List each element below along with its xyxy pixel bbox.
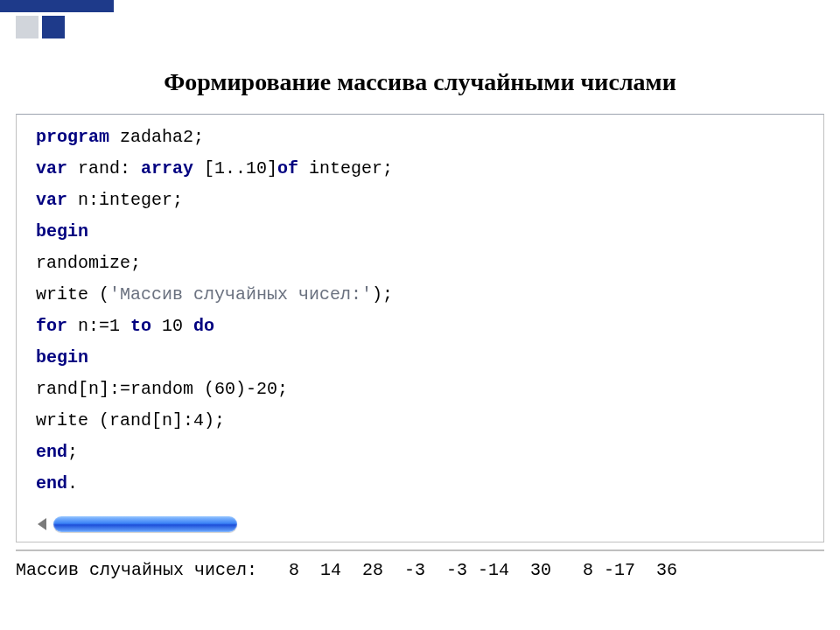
- code-line: program zadaha2;: [36, 122, 804, 153]
- code-line: var rand: array [1..10]of integer;: [36, 153, 804, 185]
- keyword: array: [141, 158, 193, 178]
- horizontal-scrollbar[interactable]: [17, 510, 823, 542]
- code-line: write ('Массив случайных чисел:');: [36, 279, 804, 311]
- keyword: of: [277, 158, 298, 178]
- code-body: program zadaha2; var rand: array [1..10]…: [17, 115, 823, 510]
- code-text: randomize;: [36, 253, 141, 273]
- code-editor-panel: program zadaha2; var rand: array [1..10]…: [16, 114, 824, 542]
- code-text: write (: [36, 284, 109, 304]
- code-text: zadaha2;: [109, 127, 204, 147]
- divider: [16, 550, 824, 551]
- code-line: end;: [36, 437, 804, 468]
- decor-bar: [0, 0, 114, 12]
- keyword: begin: [36, 221, 88, 242]
- code-text: rand[n]:=random (60)-20;: [36, 379, 288, 399]
- code-line: begin: [36, 216, 804, 248]
- keyword: var: [36, 190, 67, 210]
- code-text: .: [67, 473, 78, 494]
- code-text: integer;: [298, 158, 393, 178]
- keyword: end: [36, 442, 67, 462]
- code-line: rand[n]:=random (60)-20;: [36, 374, 804, 405]
- decor-square-light: [16, 16, 38, 38]
- keyword: do: [193, 316, 214, 336]
- scrollbar-thumb[interactable]: [53, 516, 237, 532]
- code-line: end.: [36, 468, 804, 500]
- keyword: for: [36, 316, 67, 336]
- code-text: );: [372, 284, 393, 304]
- code-line: var n:integer;: [36, 185, 804, 216]
- code-line: write (rand[n]:4);: [36, 405, 804, 437]
- program-output: Массив случайных чисел: 8 14 28 -3 -3 -1…: [16, 560, 824, 580]
- keyword: program: [36, 127, 109, 147]
- code-text: n:integer;: [67, 190, 183, 210]
- scroll-left-arrow-icon[interactable]: [38, 518, 46, 530]
- keyword: end: [36, 473, 67, 494]
- keyword: to: [130, 316, 151, 336]
- code-line: begin: [36, 342, 804, 374]
- code-line: randomize;: [36, 248, 804, 279]
- keyword: var: [36, 158, 67, 178]
- code-text: 10: [151, 316, 193, 336]
- code-text: n:=1: [67, 316, 130, 336]
- code-text: write (rand[n]:4);: [36, 410, 225, 430]
- keyword: begin: [36, 347, 88, 368]
- code-text: ;: [67, 442, 78, 462]
- code-text: [1..10]: [193, 158, 277, 178]
- decor-square-dark: [42, 16, 65, 38]
- code-text: rand:: [67, 158, 141, 178]
- page-title: Формирование массива случайными числами: [0, 68, 840, 96]
- string-literal: 'Массив случайных чисел:': [109, 284, 372, 304]
- code-line: for n:=1 to 10 do: [36, 311, 804, 342]
